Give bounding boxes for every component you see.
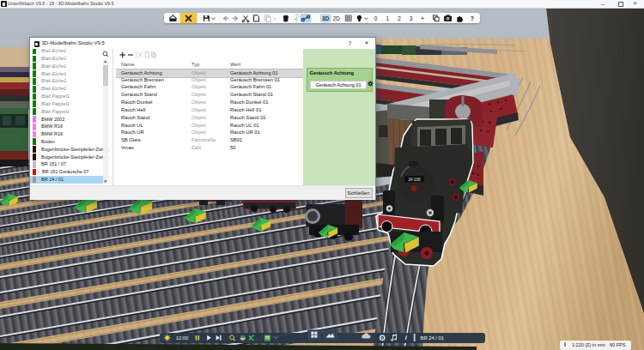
svg-text:+: + [421, 15, 425, 22]
svg-text:?: ? [471, 15, 474, 21]
svg-text:3D: 3D [322, 15, 330, 21]
svg-text:i: i [405, 334, 408, 341]
svg-text:2: 2 [398, 15, 401, 21]
svg-text:2D: 2D [333, 15, 341, 21]
svg-text:24 106: 24 106 [408, 178, 420, 182]
svg-text:1: 1 [386, 15, 390, 21]
svg-text:BR 24 / 01: BR 24 / 01 [421, 335, 444, 341]
svg-text:12:00: 12:00 [176, 335, 189, 341]
svg-text:0: 0 [374, 15, 378, 21]
svg-text:3: 3 [410, 15, 413, 21]
